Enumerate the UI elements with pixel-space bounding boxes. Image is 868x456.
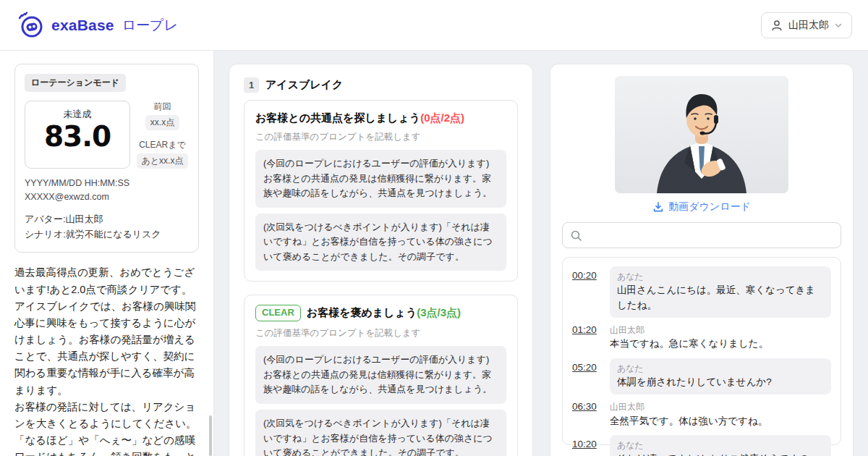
avatar-line: アバター:山田太郎 bbox=[25, 212, 189, 227]
score-side-info: 前回 xx.x点 CLEARまで あとxx.x点 bbox=[130, 101, 189, 169]
score-card: ローテーションモード 未達成 83.0 前回 xx.x点 CLEARまで あとx… bbox=[14, 64, 199, 253]
result-sidebar: ローテーションモード 未達成 83.0 前回 xx.x点 CLEARまで あとx… bbox=[0, 51, 214, 456]
clear-until-label: CLEARまで bbox=[139, 139, 186, 151]
criteria-score: (0点/2点) bbox=[420, 111, 464, 124]
header: exaBase ロープレ 山田太郎 bbox=[0, 0, 868, 51]
brand-logo[interactable]: exaBase ロープレ bbox=[16, 11, 178, 40]
criteria-note: この評価基準のプロンプトを記載します bbox=[255, 327, 506, 339]
timestamp-link[interactable]: 10:20 bbox=[572, 435, 603, 449]
message-plain: 山田太郎 本当ですね。急に寒くなりました。 bbox=[610, 324, 831, 352]
speaker-label: あなた bbox=[617, 363, 824, 375]
user-menu-button[interactable]: 山田太郎 bbox=[761, 12, 852, 38]
message-text: 本当ですね。急に寒くなりました。 bbox=[610, 337, 831, 351]
search-icon bbox=[570, 229, 582, 242]
session-datetime: YYYY/MM/DD HH:MM:SS bbox=[25, 177, 189, 190]
prompt-box: (今回のロープレにおけるユーザーの評価が入ります)お客様との共通点の発見は信頼獲… bbox=[255, 346, 506, 404]
score-box: 未達成 83.0 bbox=[25, 101, 130, 169]
message-bubble: あなた 山田さんこんにちは。最近、寒くなってきましたね。 bbox=[610, 266, 831, 318]
message-plain: 山田太郎 全然平気です。体は強い方ですね。 bbox=[610, 401, 831, 428]
prompt-box: (次回気をつけるべきポイントが入ります)「それは凄いですね」とお客様が自信を持っ… bbox=[255, 410, 506, 456]
download-label: 動画ダウンロード bbox=[668, 200, 751, 214]
transcript-row: 01:20 山田太郎 本当ですね。急に寒くなりました。 bbox=[572, 324, 831, 352]
criteria-card: お客様との共通点を探しましょう(0点/2点) この評価基準のプロンプトを記載しま… bbox=[244, 100, 518, 282]
transcript-search[interactable] bbox=[562, 222, 841, 248]
transcript-row: 05:20 あなた 体調を崩されたりしていませんか? bbox=[572, 358, 831, 395]
timestamp-link[interactable]: 01:20 bbox=[572, 324, 603, 335]
chevron-down-icon bbox=[834, 21, 843, 30]
prompt-box: (今回のロープレにおけるユーザーの評価が入ります)お客様との共通点の発見は信頼獲… bbox=[255, 150, 506, 208]
user-name: 山田太郎 bbox=[788, 19, 829, 32]
prompt-box: (次回気をつけるべきポイントが入ります)「それは凄いですね」とお客様が自信を持っ… bbox=[255, 214, 506, 271]
roleplay-video-thumbnail[interactable] bbox=[615, 76, 788, 193]
feedback-text: 過去最高得点の更新、おめでとうございます!あと2.0点で商談クリアです。 アイス… bbox=[14, 264, 199, 456]
transcript-list: 00:20 あなた 山田さんこんにちは。最近、寒くなってきましたね。 01:20… bbox=[562, 257, 841, 445]
search-input[interactable] bbox=[588, 230, 833, 241]
timestamp-link[interactable]: 00:20 bbox=[572, 266, 603, 281]
section-header-1: 1 アイスブレイク bbox=[244, 77, 518, 93]
criteria-title: お客様との共通点を探しましょう bbox=[255, 111, 420, 124]
score-value: 83.0 bbox=[28, 121, 127, 153]
clear-badge: CLEAR bbox=[255, 305, 301, 321]
transcript-row: 06:30 山田太郎 全然平気です。体は強い方ですね。 bbox=[572, 401, 831, 428]
message-text: それは凄いですね!かなりご健康そうですので、今は想像しにくいかもしれませんが、今… bbox=[617, 452, 824, 456]
scenario-line: シナリオ:就労不能になるリスク bbox=[25, 227, 189, 242]
speaker-label: あなた bbox=[617, 271, 824, 283]
criteria-title: お客様を褒めましょう bbox=[307, 306, 417, 318]
transcript-row: 10:20 あなた それは凄いですね!かなりご健康そうですので、今は想像しにくい… bbox=[572, 435, 831, 456]
brand-suffix: ロープレ bbox=[122, 16, 178, 35]
score-status: 未達成 bbox=[28, 108, 127, 121]
brand-robot-icon bbox=[16, 11, 45, 40]
download-icon bbox=[652, 201, 664, 213]
criteria-score: (3点/3点) bbox=[417, 306, 461, 318]
speaker-label: あなた bbox=[617, 439, 824, 452]
transcript-row: 00:20 あなた 山田さんこんにちは。最近、寒くなってきましたね。 bbox=[572, 266, 831, 318]
video-download-link[interactable]: 動画ダウンロード bbox=[562, 200, 841, 214]
section-title: アイスブレイク bbox=[265, 78, 343, 92]
speaker-label: 山田太郎 bbox=[610, 324, 831, 337]
message-text: 山田さんこんにちは。最近、寒くなってきましたね。 bbox=[617, 283, 824, 313]
message-bubble: あなた 体調を崩されたりしていませんか? bbox=[610, 358, 831, 395]
timestamp-link[interactable]: 06:30 bbox=[572, 401, 603, 412]
speaker-label: 山田太郎 bbox=[610, 401, 831, 413]
app-root: exaBase ロープレ 山田太郎 ローテーションモード bbox=[0, 0, 868, 456]
evaluation-panel: 1 アイスブレイク お客様との共通点を探しましょう(0点/2点) この評価基準の… bbox=[229, 64, 533, 456]
section-number: 1 bbox=[244, 77, 259, 93]
brand-name: exaBase bbox=[51, 17, 114, 34]
criteria-note: この評価基準のプロンプトを記載します bbox=[255, 131, 506, 143]
feedback-paragraph: 過去最高得点の更新、おめでとうございます!あと2.0点で商談クリアです。 bbox=[14, 264, 199, 297]
timestamp-link[interactable]: 05:20 bbox=[572, 358, 603, 373]
feedback-paragraph: アイスブレイクでは、お客様の興味関心事に興味をもって接するように心がけましょう。… bbox=[14, 298, 199, 399]
criteria-card: CLEARお客様を褒めましょう(3点/3点) この評価基準のプロンプトを記載しま… bbox=[244, 295, 518, 456]
message-text: 全然平気です。体は強い方ですね。 bbox=[610, 414, 831, 428]
clear-remaining-chip: あとxx.x点 bbox=[137, 153, 189, 169]
mode-badge: ローテーションモード bbox=[25, 74, 126, 92]
previous-score-chip: xx.x点 bbox=[145, 115, 179, 130]
user-icon bbox=[770, 19, 783, 32]
sidebar-scrollbar[interactable] bbox=[209, 415, 212, 456]
session-email: XXXXX@exwzd.com bbox=[25, 190, 189, 204]
previous-score-label: 前回 bbox=[154, 101, 171, 113]
video-panel: 動画ダウンロード 00:20 あなた 山田さんこんにちは。最近、寒くなってきまし… bbox=[550, 64, 854, 456]
message-bubble: あなた それは凄いですね!かなりご健康そうですので、今は想像しにくいかもしれませ… bbox=[610, 435, 831, 456]
message-text: 体調を崩されたりしていませんか? bbox=[617, 375, 824, 389]
feedback-paragraph: お客様の発話に対しては、リアクションを大きくとるようにしてください。「なるほど」… bbox=[14, 399, 199, 456]
